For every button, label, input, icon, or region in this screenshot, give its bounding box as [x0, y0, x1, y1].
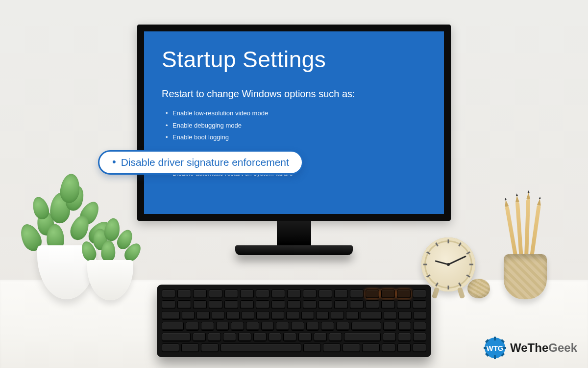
page-title: Startup Settings [162, 46, 426, 73]
monitor-neck [277, 221, 311, 245]
page-subtitle: Restart to change Windows options such a… [162, 88, 426, 100]
brand-text-b: Geek [548, 341, 577, 354]
plant-small [74, 202, 147, 300]
monitor: Startup Settings Restart to change Windo… [137, 25, 451, 255]
startup-settings-screen: Startup Settings Restart to change Windo… [144, 31, 444, 214]
scene: Startup Settings Restart to change Windo… [0, 0, 588, 368]
watermark-logo: WTG WeTheGeek [484, 337, 577, 359]
option-item[interactable]: Enable boot logging [166, 131, 426, 144]
foliage [74, 198, 147, 267]
pencil-cup [504, 254, 547, 299]
svg-rect-2 [494, 355, 496, 359]
clock-minute-hand [448, 256, 466, 265]
svg-rect-1 [494, 337, 496, 341]
monitor-base [235, 245, 353, 255]
pencil-holder [501, 216, 550, 299]
monitor-bezel: Startup Settings Restart to change Windo… [137, 25, 451, 221]
keyboard[interactable] [157, 285, 431, 357]
plant-pot [87, 260, 133, 300]
clock-face [421, 237, 475, 291]
option-item[interactable]: Enable debugging mode [166, 120, 426, 132]
option-item[interactable]: Enable low-resolution video mode [166, 107, 426, 120]
brand-text-a: WeThe [510, 341, 548, 354]
highlighted-option-callout[interactable]: Disable driver signature enforcement [98, 150, 303, 175]
clock-legs [431, 289, 466, 298]
badge-text: WTG [487, 344, 504, 352]
gear-icon: WTG [484, 337, 506, 359]
